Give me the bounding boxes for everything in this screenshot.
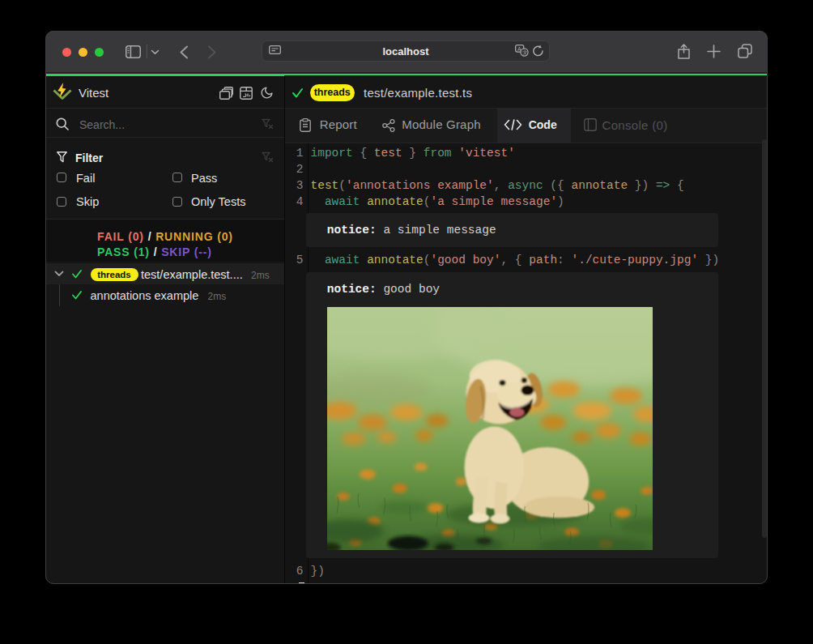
svg-text:文: 文 [522,49,527,55]
